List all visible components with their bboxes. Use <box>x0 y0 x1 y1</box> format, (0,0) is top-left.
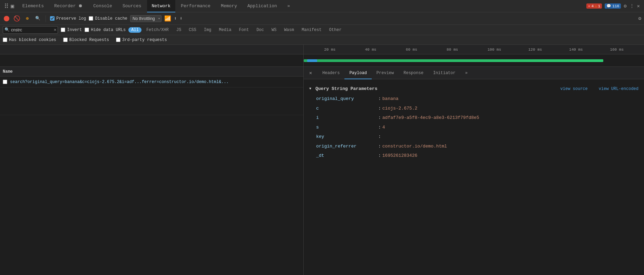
param-row-original-query: original_query : banana <box>309 94 638 104</box>
filter-chip-img[interactable]: Img <box>201 27 214 33</box>
param-row-i: i : adfaf7e9-a5f8-4ec9-a8e3-6213f79fd8e5 <box>309 113 638 123</box>
request-checkbox[interactable] <box>3 80 7 84</box>
blocked-requests-input[interactable] <box>63 38 68 42</box>
invert-checkbox[interactable]: Invert <box>61 28 82 32</box>
detail-tab-response[interactable]: Response <box>399 67 428 79</box>
devtools-icons: ⠿ ▣ <box>1 2 17 10</box>
close-icon[interactable]: ✕ <box>637 3 640 9</box>
filter-chip-ws[interactable]: WS <box>269 27 279 33</box>
filter-chip-doc[interactable]: Doc <box>254 27 267 33</box>
timeline-bar-blue <box>307 59 318 62</box>
third-party-checkbox[interactable]: 3rd-party requests <box>116 38 167 42</box>
tab-bar-right: ● 4 ⚠ 1 💬 116 ⚙ ⋮ ✕ <box>586 3 643 9</box>
filter-chip-fetch-xhr[interactable]: Fetch/XHR <box>144 27 172 33</box>
section-title: Query String Parameters <box>315 86 377 91</box>
param-value-c: ciojs-2.675.2 <box>382 105 417 112</box>
disable-cache-label: Disable cache <box>95 16 127 21</box>
filter-chip-js[interactable]: JS <box>174 27 184 33</box>
download-icon[interactable]: ⬇ <box>179 16 182 21</box>
detail-tab-payload[interactable]: Payload <box>344 67 371 79</box>
section-actions: view source view URL-encoded <box>555 86 638 91</box>
settings-icon[interactable]: ⚙ <box>624 3 626 9</box>
payload-content: ▼ Query String Parameters view source vi… <box>304 79 644 165</box>
preserve-log-checkbox[interactable]: Preserve log <box>50 16 86 21</box>
tab-sources[interactable]: Sources <box>118 0 146 12</box>
filter-chip-manifest[interactable]: Manifest <box>299 27 324 33</box>
filter-button[interactable]: ⊕ <box>23 15 31 22</box>
preserve-log-input[interactable] <box>50 16 55 21</box>
empty-requests-area <box>0 88 303 115</box>
param-key-original-query: original_query <box>316 95 378 102</box>
filter-chip-css[interactable]: CSS <box>186 27 199 33</box>
request-name: search?original_query=banana&c=ciojs-2.6… <box>10 80 301 84</box>
detail-tab-initiator[interactable]: Initiator <box>428 67 460 79</box>
disable-cache-input[interactable] <box>89 16 93 21</box>
filter-chip-other[interactable]: Other <box>326 27 344 33</box>
param-row-key: key : <box>309 132 638 142</box>
tab-bar: ⠿ ▣ Elements Recorder ⏺ Console Sources … <box>0 0 644 12</box>
stop-recording-button[interactable] <box>3 15 10 22</box>
network-settings-icon[interactable]: ⚙ <box>638 16 641 21</box>
invert-input[interactable] <box>61 28 65 32</box>
requests-panel: Name search?original_query=banana&c=cioj… <box>0 67 304 275</box>
filter-chip-font[interactable]: Font <box>236 27 252 33</box>
blocked-requests-checkbox[interactable]: Blocked Requests <box>63 38 109 42</box>
search-box[interactable]: 🔍 ✕ <box>3 26 58 34</box>
check-row: Has blocked cookies Blocked Requests 3rd… <box>0 35 644 45</box>
upload-icon[interactable]: ⬆ <box>174 16 177 21</box>
tab-elements[interactable]: Elements <box>18 0 49 12</box>
param-colon-4: : <box>378 133 381 140</box>
third-party-input[interactable] <box>116 38 120 42</box>
filter-chip-media[interactable]: Media <box>216 27 234 33</box>
close-details-button[interactable]: ✕ <box>306 69 315 77</box>
tab-more[interactable]: » <box>283 0 295 12</box>
param-row-dt: _dt : 1695261283426 <box>309 151 638 161</box>
timeline-bar-green <box>304 59 603 62</box>
tick-120ms: 120 ms <box>528 48 542 52</box>
view-url-encoded-link[interactable]: view URL-encoded <box>599 86 638 91</box>
search-button[interactable]: 🔍 <box>34 15 41 22</box>
tick-140ms: 140 ms <box>569 48 583 52</box>
filter-chip-all[interactable]: All <box>128 27 142 33</box>
wifi-icon[interactable]: 📶 <box>164 15 171 22</box>
clear-button[interactable]: 🚫 <box>13 15 21 22</box>
hide-data-urls-input[interactable] <box>85 28 89 32</box>
more-icon[interactable]: ⋮ <box>630 3 634 9</box>
tick-160ms: 160 ms <box>610 48 624 52</box>
has-blocked-cookies-input[interactable] <box>3 38 7 42</box>
clear-search-icon[interactable]: ✕ <box>54 27 56 32</box>
has-blocked-cookies-label: Has blocked cookies <box>9 38 56 42</box>
disable-cache-checkbox[interactable]: Disable cache <box>89 16 127 21</box>
tab-recorder[interactable]: Recorder ⏺ <box>49 0 88 12</box>
param-key-s: s <box>316 124 378 131</box>
param-value-s: 4 <box>382 124 385 131</box>
param-key-dt: _dt <box>316 152 378 159</box>
dock-icon[interactable]: ▣ <box>11 3 14 10</box>
filter-chip-wasm[interactable]: Wasm <box>281 27 297 33</box>
timeline-header: 20 ms 40 ms 60 ms 80 ms 100 ms 120 ms 14… <box>0 45 644 54</box>
tab-application[interactable]: Application <box>243 0 282 12</box>
requests-header: Name <box>0 67 303 77</box>
has-blocked-cookies-checkbox[interactable]: Has blocked cookies <box>3 38 56 42</box>
view-source-link[interactable]: view source <box>560 86 588 91</box>
throttle-wrapper: No throttling ▾ <box>130 15 162 22</box>
tick-40ms: 40 ms <box>365 48 376 52</box>
details-panel: ✕ Headers Payload Preview Response Initi… <box>304 67 644 275</box>
timeline-left-empty <box>0 54 304 67</box>
throttle-select[interactable]: No throttling <box>130 15 162 22</box>
tab-console[interactable]: Console <box>88 0 117 12</box>
preserve-log-label: Preserve log <box>56 16 86 21</box>
tab-memory[interactable]: Memory <box>216 0 242 12</box>
detail-tab-more[interactable]: » <box>460 67 472 79</box>
tab-network[interactable]: Network <box>147 0 176 12</box>
hide-data-urls-checkbox[interactable]: Hide data URLs <box>85 28 126 32</box>
detail-tab-preview[interactable]: Preview <box>372 67 399 79</box>
param-colon-0: : <box>378 95 381 102</box>
stop-icon <box>4 16 9 21</box>
tab-performance[interactable]: Performance <box>176 0 215 12</box>
param-key-origin-referrer: origin_referrer <box>316 143 378 150</box>
devtools-icon: ⠿ <box>4 2 9 10</box>
detail-tab-headers[interactable]: Headers <box>318 67 344 79</box>
request-row[interactable]: search?original_query=banana&c=ciojs-2.6… <box>0 77 303 88</box>
search-input[interactable] <box>11 28 52 32</box>
